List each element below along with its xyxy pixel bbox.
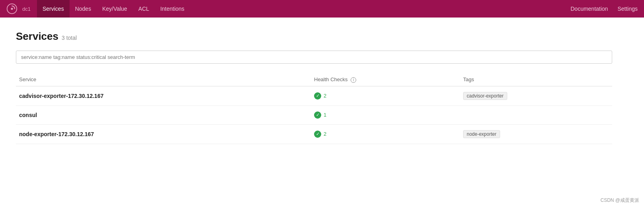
col-tags: Tags <box>463 73 612 86</box>
col-service: Service <box>16 73 314 86</box>
svg-point-1 <box>11 8 13 10</box>
check-icon: ✓ <box>314 92 321 100</box>
health-checks: ✓2 <box>314 124 463 144</box>
search-container <box>16 51 612 64</box>
health-info-icon: i <box>351 77 356 83</box>
health-count: 1 <box>324 112 326 118</box>
nav-intentions[interactable]: Intentions <box>155 0 190 18</box>
health-checks: ✓2 <box>314 86 463 105</box>
table-row[interactable]: cadvisor-exporter-172.30.12.167✓2cadviso… <box>16 86 612 105</box>
service-name: cadvisor-exporter-172.30.12.167 <box>16 86 314 105</box>
check-icon: ✓ <box>314 131 321 138</box>
nav-services[interactable]: Services <box>37 0 70 18</box>
search-input[interactable] <box>16 51 612 64</box>
service-name: node-exporter-172.30.12.167 <box>16 124 314 144</box>
health-checks: ✓1 <box>314 105 463 124</box>
nav-right: Documentation Settings <box>570 6 638 12</box>
page-count: 3 total <box>62 35 77 41</box>
documentation-link[interactable]: Documentation <box>570 6 608 12</box>
logo <box>6 3 17 14</box>
service-tags <box>463 105 612 124</box>
health-count: 2 <box>324 131 326 137</box>
nav-items: Services Nodes Key/Value ACL Intentions <box>37 0 570 18</box>
table-body: cadvisor-exporter-172.30.12.167✓2cadviso… <box>16 86 612 144</box>
service-tags: node-exporter <box>463 124 612 144</box>
table-row[interactable]: consul✓1 <box>16 105 612 124</box>
check-icon: ✓ <box>314 111 321 119</box>
nav-acl[interactable]: ACL <box>133 0 155 18</box>
page-title-row: Services 3 total <box>16 30 612 43</box>
datacenter-label: dc1 <box>22 6 31 12</box>
services-table: Service Health Checks i Tags cadvisor-ex… <box>16 73 612 144</box>
col-health: Health Checks i <box>314 73 463 86</box>
tag: node-exporter <box>463 130 500 138</box>
nav-keyvalue[interactable]: Key/Value <box>97 0 133 18</box>
table-header: Service Health Checks i Tags <box>16 73 612 86</box>
table-row[interactable]: node-exporter-172.30.12.167✓2node-export… <box>16 124 612 144</box>
navbar: dc1 Services Nodes Key/Value ACL Intenti… <box>0 0 644 18</box>
main-content: Services 3 total Service Health Checks i… <box>0 18 628 157</box>
service-name: consul <box>16 105 314 124</box>
service-tags: cadvisor-exporter <box>463 86 612 105</box>
page-title: Services <box>16 30 58 43</box>
settings-link[interactable]: Settings <box>617 6 638 12</box>
tag: cadvisor-exporter <box>463 92 507 100</box>
health-count: 2 <box>324 93 326 99</box>
nav-nodes[interactable]: Nodes <box>70 0 97 18</box>
